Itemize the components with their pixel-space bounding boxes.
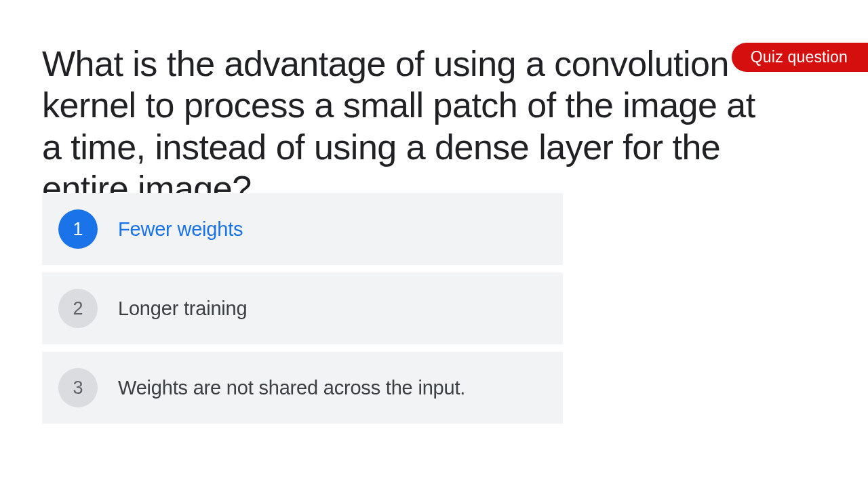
- option-3[interactable]: 3 Weights are not shared across the inpu…: [42, 352, 563, 424]
- option-2[interactable]: 2 Longer training: [42, 272, 563, 344]
- options-list: 1 Fewer weights 2 Longer training 3 Weig…: [42, 193, 563, 431]
- option-text-2: Longer training: [118, 298, 247, 320]
- option-text-3: Weights are not shared across the input.: [118, 377, 465, 399]
- option-number-1: 1: [58, 209, 98, 249]
- option-number-3: 3: [58, 368, 98, 407]
- option-1[interactable]: 1 Fewer weights: [42, 193, 563, 265]
- question-text: What is the advantage of using a convolu…: [42, 43, 768, 209]
- option-text-1: Fewer weights: [118, 218, 243, 241]
- option-number-2: 2: [58, 289, 98, 328]
